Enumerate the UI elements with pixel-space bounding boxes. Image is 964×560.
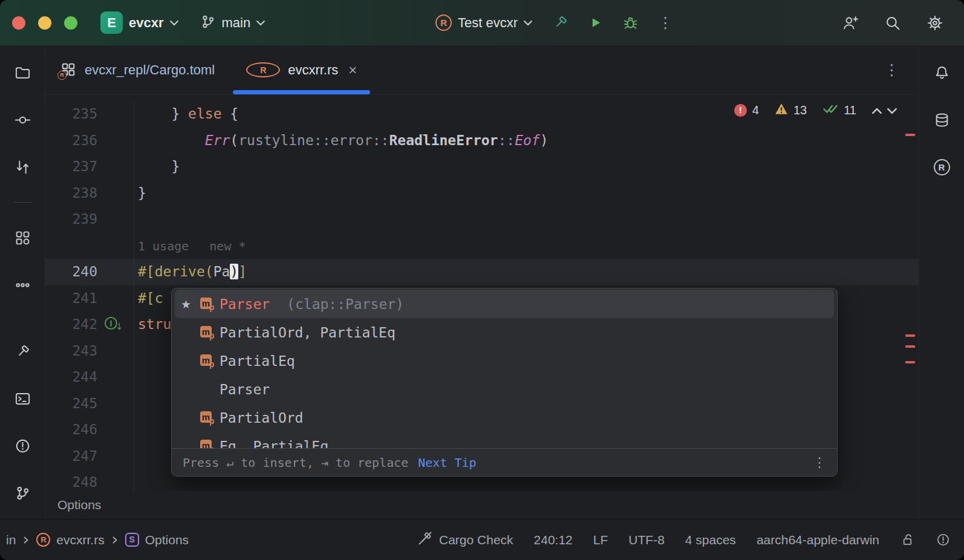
tab-close-icon[interactable]: × <box>348 63 357 77</box>
warning-icon <box>775 103 788 118</box>
gutter <box>97 128 134 154</box>
gutter <box>97 443 134 470</box>
error-icon: ! <box>734 104 747 117</box>
encoding-widget[interactable]: UTF-8 <box>628 533 665 547</box>
error-stripe-mark[interactable] <box>905 334 915 337</box>
inlay-hint[interactable]: 1 usage <box>138 239 189 253</box>
completion-item[interactable]: Parser <box>175 375 834 403</box>
breadcrumbs-bar: Options <box>45 491 919 519</box>
editor-line[interactable]: 239 <box>45 206 919 233</box>
more-actions-kebab-icon[interactable]: ⋮ <box>652 10 679 36</box>
derive-macro-icon: mp <box>199 410 220 426</box>
indent-widget[interactable]: 4 spaces <box>685 533 736 547</box>
more-tools-button[interactable] <box>9 272 36 298</box>
code-with-me-button[interactable] <box>837 10 864 36</box>
line-number: 240 <box>45 259 97 285</box>
inlay-hint[interactable]: new * <box>209 239 246 253</box>
problems-tool-button[interactable] <box>9 432 36 459</box>
error-stripe-mark[interactable] <box>905 134 915 136</box>
gutter <box>97 180 134 207</box>
rust-file-icon: R <box>246 62 280 77</box>
prev-problem-chevron-icon[interactable] <box>872 103 882 117</box>
structure-tool-button[interactable] <box>9 224 36 251</box>
build-button[interactable] <box>547 10 573 36</box>
implementation-gutter-icon[interactable]: I↓ <box>105 317 123 331</box>
error-stripe-mark[interactable] <box>905 361 915 363</box>
window-zoom-button[interactable] <box>64 16 77 30</box>
completion-item[interactable]: mpPartialOrd, PartialEq <box>175 318 834 347</box>
rust-file-icon: R <box>36 533 50 547</box>
statusbar-module-crumb[interactable]: in <box>6 533 16 547</box>
unlock-icon[interactable] <box>900 532 915 547</box>
window-minimize-button[interactable] <box>38 16 51 30</box>
statusbar-file-crumb[interactable]: evcxrr.rs <box>56 533 104 547</box>
cargo-project-icon: R <box>61 62 77 78</box>
tab-cargo-toml[interactable]: R evcxr_repl/Cargo.toml <box>45 45 230 94</box>
settings-gear-icon[interactable] <box>922 10 948 36</box>
gutter <box>97 233 134 259</box>
next-problem-chevron-icon[interactable] <box>887 103 897 117</box>
commit-tool-button[interactable] <box>9 106 36 133</box>
editor-line[interactable]: 237 } <box>45 154 919 180</box>
code-text: } <box>134 154 919 180</box>
completion-label: Parser <box>220 382 270 397</box>
project-widget[interactable]: E evcxr <box>94 8 184 37</box>
inlay-hint-row[interactable]: 1 usagenew * <box>45 233 919 259</box>
window-close-button[interactable] <box>12 16 25 30</box>
tab-options-kebab-icon[interactable]: ⋮ <box>884 45 919 94</box>
notifications-tool-button[interactable] <box>928 59 955 86</box>
editor-line[interactable]: 240#[derive(Pa)] <box>45 259 919 285</box>
chevron-down-icon <box>256 20 265 26</box>
star-icon: ★ <box>181 298 199 311</box>
error-stripe-mark[interactable] <box>905 345 915 348</box>
build-tool-button[interactable] <box>9 338 36 365</box>
branch-widget[interactable]: main <box>194 10 272 36</box>
caret-position-widget[interactable]: 240:12 <box>534 533 573 547</box>
git-tool-button[interactable] <box>9 480 36 506</box>
database-tool-button[interactable] <box>928 106 955 133</box>
terminal-tool-button[interactable] <box>9 385 36 412</box>
code-text: Err(rustyline::error::ReadlineError::Eof… <box>134 128 919 154</box>
completion-footer: Press ↵ to insert, ⇥ to replace Next Tip… <box>172 448 837 476</box>
pull-requests-tool-button[interactable] <box>9 154 36 180</box>
breadcrumb-item[interactable]: Options <box>57 498 101 512</box>
cargo-check-widget[interactable]: Cargo Check <box>417 530 513 549</box>
project-tool-button[interactable] <box>9 59 36 86</box>
event-log-error-icon[interactable] <box>936 532 951 547</box>
inspections-widget[interactable]: ! 4 13 11 <box>734 102 897 119</box>
editor-line[interactable]: 238} <box>45 180 919 207</box>
completion-item[interactable]: mpPartialEq <box>175 347 834 375</box>
search-everywhere-button[interactable] <box>879 10 906 36</box>
completion-label: PartialEq <box>220 353 295 369</box>
rust-plugin-tool-button[interactable]: R <box>928 154 955 180</box>
completion-popup: ★mpParser(clap::Parser)mpPartialOrd, Par… <box>171 288 838 477</box>
target-platform-widget[interactable]: aarch64-apple-darwin <box>757 533 879 547</box>
line-number: 236 <box>45 128 97 154</box>
gutter <box>97 154 134 180</box>
completion-item[interactable]: ★mpParser(clap::Parser) <box>175 290 834 318</box>
editor-line[interactable]: 236 Err(rustyline::error::ReadlineError:… <box>45 128 919 154</box>
debug-button[interactable] <box>617 10 643 36</box>
run-toolbar: R Test evcxr ⋮ <box>429 10 679 36</box>
run-configuration-widget[interactable]: R Test evcxr <box>429 11 538 34</box>
statusbar-symbol-crumb[interactable]: Options <box>145 533 189 547</box>
gutter <box>97 469 134 491</box>
next-tip-link[interactable]: Next Tip <box>418 455 476 470</box>
code-text: } <box>134 180 919 207</box>
completion-item[interactable]: mpPartialOrd <box>175 403 834 432</box>
stripe-divider <box>13 202 31 203</box>
derive-macro-icon: mp <box>199 296 220 312</box>
tab-evcxrr-rs[interactable]: R evcxrr.rs × <box>230 45 373 94</box>
run-button[interactable] <box>582 10 608 36</box>
struct-icon: S <box>125 533 139 547</box>
title-bar: E evcxr main R Test evcxr <box>0 0 964 45</box>
completion-item[interactable]: mpEq, PartialEq <box>175 432 834 448</box>
editor-tab-bar: R evcxr_repl/Cargo.toml R evcxrr.rs × ⋮ <box>45 45 919 95</box>
code-editor[interactable]: 235 } else {236 Err(rustyline::error::Re… <box>45 95 919 491</box>
completion-kebab-icon[interactable]: ⋮ <box>813 456 826 469</box>
status-bar: in R evcxrr.rs S Options Cargo Check <box>0 519 964 560</box>
derive-macro-icon: mp <box>199 353 220 369</box>
line-separator-widget[interactable]: LF <box>593 533 608 547</box>
completion-footer-hint: Press ↵ to insert, ⇥ to replace <box>183 455 408 470</box>
traffic-lights <box>12 16 77 30</box>
